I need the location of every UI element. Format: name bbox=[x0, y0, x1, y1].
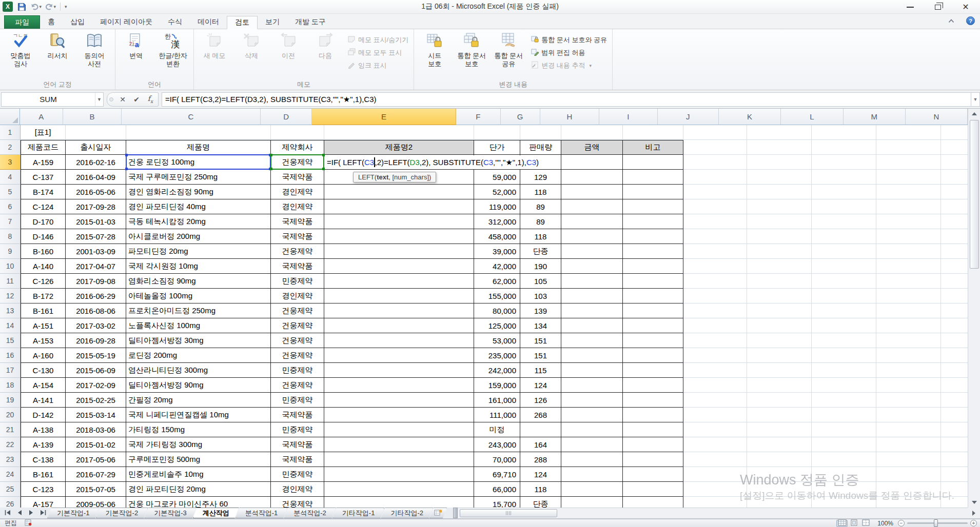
cell-C20[interactable]: 국제 니페디핀연질캡셀 10mg bbox=[126, 408, 271, 422]
name-box-dropdown-icon[interactable]: ▼ bbox=[95, 93, 103, 106]
formula-input[interactable]: =IF( LEFT(C3,2)=LEFT(D3,2), SUBSTITUTE(C… bbox=[162, 92, 971, 107]
cell-M3[interactable] bbox=[876, 155, 941, 170]
cell-G21[interactable] bbox=[520, 422, 561, 437]
cell-A13[interactable]: B-161 bbox=[21, 303, 66, 318]
cell-E24[interactable] bbox=[324, 467, 474, 482]
cell-M5[interactable] bbox=[876, 185, 941, 199]
expand-formula-bar-icon[interactable]: ▼ bbox=[971, 92, 980, 107]
ribbon-tab[interactable]: 보기 bbox=[258, 15, 287, 29]
cell-H21[interactable] bbox=[561, 422, 623, 437]
cell-F1[interactable] bbox=[474, 125, 520, 140]
collapse-ribbon-icon[interactable] bbox=[947, 17, 956, 25]
row-header-8[interactable]: 8 bbox=[0, 229, 21, 244]
cell-L26[interactable] bbox=[812, 497, 876, 508]
cell-A20[interactable]: D-142 bbox=[21, 408, 66, 422]
cell-M2[interactable] bbox=[876, 140, 941, 155]
cell-G12[interactable]: 103 bbox=[520, 289, 561, 303]
row-header-13[interactable]: 13 bbox=[0, 303, 21, 318]
row-header-5[interactable]: 5 bbox=[0, 185, 21, 199]
cell-K10[interactable] bbox=[747, 259, 812, 274]
cell-K22[interactable] bbox=[747, 437, 812, 452]
cell-J13[interactable] bbox=[683, 303, 747, 318]
cell-G23[interactable]: 288 bbox=[520, 452, 561, 467]
row-header-24[interactable]: 24 bbox=[0, 467, 21, 482]
cell-A11[interactable]: C-126 bbox=[21, 274, 66, 289]
cell-G10[interactable]: 190 bbox=[520, 259, 561, 274]
cell-A6[interactable]: C-124 bbox=[21, 199, 66, 214]
ribbon-tab[interactable]: 검토 bbox=[227, 16, 258, 29]
cell-I12[interactable] bbox=[623, 289, 683, 303]
cell-N8[interactable] bbox=[941, 229, 968, 244]
cell-M17[interactable] bbox=[876, 363, 941, 378]
cell-D7[interactable]: 국제약품 bbox=[271, 214, 324, 229]
column-header-E[interactable]: E bbox=[312, 109, 456, 125]
cell-B7[interactable]: 2015-01-03 bbox=[66, 214, 126, 229]
cell-J8[interactable] bbox=[683, 229, 747, 244]
sheet-tab[interactable]: 분석작업-1 bbox=[236, 508, 288, 518]
cell-D21[interactable]: 민중제약 bbox=[271, 422, 324, 437]
row-header-20[interactable]: 20 bbox=[0, 408, 21, 422]
column-header-A[interactable]: A bbox=[20, 109, 64, 125]
cell-M14[interactable] bbox=[876, 318, 941, 333]
cell-N12[interactable] bbox=[941, 289, 968, 303]
cell-G19[interactable]: 126 bbox=[520, 393, 561, 408]
cell-G13[interactable]: 139 bbox=[520, 303, 561, 318]
cell-L9[interactable] bbox=[812, 244, 876, 259]
cell-L14[interactable] bbox=[812, 318, 876, 333]
row-header-17[interactable]: 17 bbox=[0, 363, 21, 378]
cell-D20[interactable]: 국제약품 bbox=[271, 408, 324, 422]
column-header-G[interactable]: G bbox=[501, 109, 540, 125]
cell-A21[interactable]: A-138 bbox=[21, 422, 66, 437]
cell-B26[interactable]: 2009-05-06 bbox=[66, 497, 126, 508]
row-header-19[interactable]: 19 bbox=[0, 393, 21, 408]
cell-C21[interactable]: 가티링정 150mg bbox=[126, 422, 271, 437]
cell-E23[interactable] bbox=[324, 452, 474, 467]
cell-N23[interactable] bbox=[941, 452, 968, 467]
cell-E9[interactable] bbox=[324, 244, 474, 259]
ribbon-tab[interactable]: 수식 bbox=[160, 15, 190, 29]
cell-B25[interactable]: 2015-07-05 bbox=[66, 482, 126, 497]
cell-D1[interactable] bbox=[271, 125, 324, 140]
cell-D13[interactable]: 건웅제약 bbox=[271, 303, 324, 318]
cell-K20[interactable] bbox=[747, 408, 812, 422]
cell-C25[interactable]: 경인 파모티딘정 20mg bbox=[126, 482, 271, 497]
cell-E14[interactable] bbox=[324, 318, 474, 333]
cell-E5[interactable] bbox=[324, 185, 474, 199]
cell-L21[interactable] bbox=[812, 422, 876, 437]
cell-H1[interactable] bbox=[561, 125, 623, 140]
macro-record-icon[interactable] bbox=[24, 520, 32, 527]
row-header-4[interactable]: 4 bbox=[0, 170, 21, 185]
cell-I13[interactable] bbox=[623, 303, 683, 318]
sheet-tab[interactable]: 분석작업-2 bbox=[284, 508, 336, 518]
cell-E16[interactable] bbox=[324, 348, 474, 363]
cell-B1[interactable] bbox=[66, 125, 126, 140]
page-break-view-icon[interactable] bbox=[860, 520, 871, 527]
cell-F17[interactable]: 242,000 bbox=[474, 363, 520, 378]
cell-E21[interactable] bbox=[324, 422, 474, 437]
cell-in-edit-formula[interactable]: =IF( LEFT(C3,2)=LEFT(D3,2), SUBSTITUTE(C… bbox=[325, 155, 561, 169]
tab-file[interactable]: 파일 bbox=[4, 15, 40, 29]
cell-F18[interactable]: 159,000 bbox=[474, 378, 520, 393]
redo-icon[interactable]: ▾ bbox=[45, 2, 56, 12]
cell-I15[interactable] bbox=[623, 333, 683, 348]
name-box[interactable]: SUM ▼ bbox=[1, 92, 104, 107]
ribbon-button[interactable]: ㄱㄴㄷ맞춤법 검사 bbox=[2, 30, 39, 78]
cell-J3[interactable] bbox=[683, 155, 747, 170]
cell-N21[interactable] bbox=[941, 422, 968, 437]
cell-F22[interactable]: 243,000 bbox=[474, 437, 520, 452]
cell-N15[interactable] bbox=[941, 333, 968, 348]
row-header-7[interactable]: 7 bbox=[0, 214, 21, 229]
vertical-scrollbar[interactable] bbox=[968, 109, 980, 508]
cell-G7[interactable]: 89 bbox=[520, 214, 561, 229]
cell-F13[interactable]: 80,000 bbox=[474, 303, 520, 318]
cell-M10[interactable] bbox=[876, 259, 941, 274]
cell-L7[interactable] bbox=[812, 214, 876, 229]
ribbon-button[interactable]: 리서치 bbox=[39, 30, 76, 78]
cell-D19[interactable]: 민중제약 bbox=[271, 393, 324, 408]
cell-G24[interactable]: 124 bbox=[520, 467, 561, 482]
cell-H12[interactable] bbox=[561, 289, 623, 303]
cell-J22[interactable] bbox=[683, 437, 747, 452]
cell-D14[interactable]: 건웅제약 bbox=[271, 318, 324, 333]
cell-B21[interactable]: 2018-03-06 bbox=[66, 422, 126, 437]
cell-M8[interactable] bbox=[876, 229, 941, 244]
